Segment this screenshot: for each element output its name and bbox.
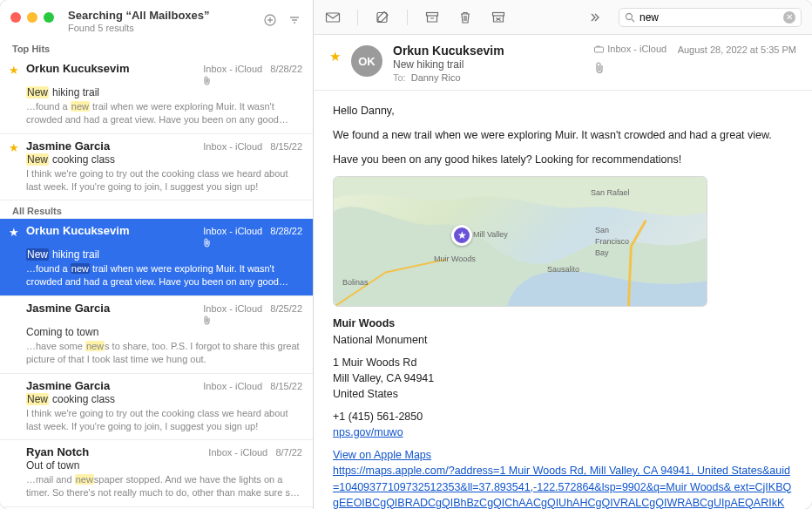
list-sender: Orkun Kucuksevim [26, 62, 130, 75]
svg-rect-1 [327, 13, 340, 22]
list-sender: Jasmine Garcia [26, 379, 110, 392]
svg-rect-3 [427, 12, 438, 16]
sender-avatar[interactable]: OK [351, 45, 382, 77]
message-subject: New hiking trail [393, 58, 584, 71]
message-view-pane: ✕ ★ OK Orkun Kucuksevim New hiking trail… [314, 0, 812, 509]
message-body: Hello Danny, We found a new trail when w… [314, 91, 812, 509]
map-label: Bolinas [342, 277, 369, 288]
place-name: Muir Woods [333, 316, 793, 331]
list-sender: Orkun Kucuksevim [26, 224, 130, 237]
list-subject: New cooking class [26, 393, 302, 405]
clear-search-button[interactable]: ✕ [783, 11, 795, 24]
list-meta: Inbox - iCloud 8/28/22 [203, 64, 302, 85]
place-website-link[interactable]: nps.gov/muwo [333, 426, 403, 438]
message-list-pane: Searching “All Mailboxes” Found 5 result… [0, 0, 314, 509]
map-label: Mill Valley [473, 229, 508, 241]
search-icon [625, 12, 635, 23]
message-flag-icon[interactable]: ★ [329, 49, 341, 83]
place-category: National Monument [333, 332, 793, 348]
list-preview: I think we're going to try out the cooki… [26, 167, 302, 193]
list-preview: …mail and newspaper stopped. And we have… [26, 473, 302, 499]
section-top-hits: Top Hits [0, 38, 313, 57]
list-subject: Coming to town [26, 326, 302, 338]
place-address: 1 Muir Woods Rd [333, 355, 793, 370]
section-all-results: All Results [0, 200, 313, 219]
message-list-item[interactable]: Jasmine GarciaInbox - iCloud 8/25/22Comi… [0, 296, 313, 374]
message-list-item[interactable]: Ryan NotchInbox - iCloud 8/7/22Out of to… [0, 440, 313, 507]
trash-icon[interactable] [457, 9, 474, 26]
junk-icon[interactable] [490, 9, 507, 26]
message-date: August 28, 2022 at 5:35 PM [678, 44, 796, 55]
message-list-item[interactable]: Jasmine GarciaInbox - iCloud 8/15/22New … [0, 374, 313, 441]
search-input[interactable] [639, 11, 779, 24]
body-paragraph: We found a new trail when we were explor… [333, 127, 793, 143]
list-meta: Inbox - iCloud 8/7/22 [208, 447, 302, 458]
list-preview: …found a new trail when we were explorin… [26, 100, 302, 126]
list-meta: Inbox - iCloud 8/28/22 [203, 226, 302, 248]
place-address: Mill Valley, CA 94941 [333, 370, 793, 386]
list-preview: I think we're going to try out the cooki… [26, 407, 302, 433]
window-titlebar: Searching “All Mailboxes” Found 5 result… [0, 0, 313, 38]
message-header: ★ OK Orkun Kucuksevim New hiking trail T… [314, 35, 812, 91]
list-sender: Jasmine Garcia [26, 139, 110, 153]
more-icon[interactable] [585, 9, 603, 26]
map-label: San Francisco Bay [595, 225, 639, 259]
compose-icon[interactable] [374, 9, 391, 26]
place-card: Muir Woods National Monument 1 Muir Wood… [333, 316, 793, 509]
svg-rect-6 [595, 47, 604, 52]
list-subject: New hiking trail [26, 248, 302, 261]
message-list-item[interactable]: ★Jasmine GarciaInbox - iCloud 8/15/22New… [0, 134, 313, 201]
svg-point-5 [626, 13, 633, 19]
place-address: United States [333, 386, 793, 402]
view-on-maps-link[interactable]: View on Apple Maps [333, 449, 431, 461]
zoom-window-button[interactable] [44, 12, 54, 23]
new-conversation-icon[interactable] [262, 12, 278, 28]
map-label: San Rafael [591, 187, 630, 199]
message-list-item[interactable]: ★Orkun KucuksevimInbox - iCloud 8/28/22N… [0, 57, 313, 134]
archive-icon[interactable] [423, 9, 441, 26]
list-sender: Jasmine Garcia [26, 302, 110, 315]
list-meta: Inbox - iCloud 8/15/22 [203, 381, 302, 391]
window-controls [10, 12, 54, 23]
list-meta: Inbox - iCloud 8/25/22 [203, 303, 302, 325]
star-icon: ★ [9, 64, 19, 77]
body-paragraph: Have you been on any good hikes lately? … [333, 152, 793, 167]
maps-url-link[interactable]: https://maps.apple.com/?address=1 Muir W… [333, 465, 791, 509]
list-preview: …have some news to share, too. P.S. I fo… [26, 340, 302, 366]
map-label: Sausalito [547, 264, 579, 275]
filter-icon[interactable] [287, 12, 302, 28]
list-subject: New cooking class [26, 153, 302, 166]
list-sender: Ryan Notch [26, 445, 89, 458]
window-subtitle: Found 5 results [68, 23, 254, 33]
message-from: Orkun Kucuksevim [393, 44, 584, 58]
svg-rect-4 [493, 12, 504, 16]
message-list-item[interactable]: ★Orkun KucuksevimInbox - iCloud 8/28/22N… [0, 219, 313, 296]
window-title: Searching “All Mailboxes” [68, 9, 254, 22]
body-paragraph: Hello Danny, [333, 103, 793, 119]
message-mailbox[interactable]: Inbox - iCloud [594, 44, 667, 54]
message-to: To:Danny Rico [393, 72, 584, 83]
map-attachment[interactable]: San Rafael Mill Valley Muir Woods Sausal… [333, 176, 707, 307]
list-preview: …found a new trail when we were explorin… [26, 262, 302, 288]
list-meta: Inbox - iCloud 8/15/22 [203, 141, 302, 152]
list-subject: Out of town [26, 459, 302, 472]
list-subject: New hiking trail [26, 86, 302, 98]
star-icon: ★ [9, 141, 19, 154]
place-phone: +1 (415) 561-2850 [333, 409, 793, 424]
close-window-button[interactable] [10, 12, 21, 23]
toolbar: ✕ [314, 0, 812, 35]
minimize-window-button[interactable] [27, 12, 37, 23]
search-field[interactable]: ✕ [619, 8, 802, 27]
star-icon: ★ [9, 226, 19, 239]
map-label: Muir Woods [434, 254, 476, 265]
reply-icon[interactable] [324, 9, 342, 26]
attachment-icon[interactable] [594, 62, 796, 74]
